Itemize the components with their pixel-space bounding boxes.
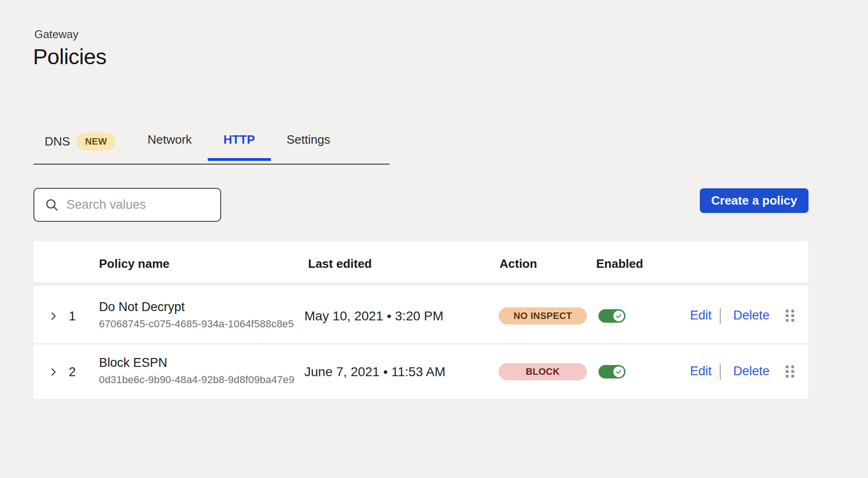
search-input[interactable] <box>66 198 212 212</box>
chevron-right-icon <box>48 311 59 321</box>
tab-http[interactable]: HTTP <box>208 132 271 160</box>
expand-row-button[interactable] <box>46 365 60 379</box>
column-header-enabled: Enabled <box>596 257 643 271</box>
edit-link[interactable]: Edit <box>690 308 712 323</box>
chevron-right-icon <box>48 367 59 377</box>
policies-tabbar: DNS NEW Network HTTP Settings <box>33 132 389 165</box>
toggle-knob <box>613 366 624 377</box>
search-box <box>33 188 221 222</box>
edit-link[interactable]: Edit <box>690 364 712 378</box>
policy-id: 0d31be6c-9b90-48a4-92b8-9d8f09ba47e9 <box>99 374 295 386</box>
table-header-row: Policy name Last edited Action Enabled <box>33 241 809 285</box>
column-header-action: Action <box>500 257 537 271</box>
tab-network[interactable]: Network <box>132 132 207 160</box>
tab-dns-label: DNS <box>45 134 70 149</box>
enabled-toggle[interactable] <box>598 309 625 323</box>
action-divider <box>720 364 721 380</box>
delete-link[interactable]: Delete <box>733 364 769 378</box>
tab-dns[interactable]: DNS NEW <box>33 132 132 164</box>
search-icon <box>45 198 59 212</box>
tab-settings-label: Settings <box>287 133 330 147</box>
enabled-toggle[interactable] <box>598 365 625 378</box>
last-edited: June 7, 2021 • 11:53 AM <box>304 365 446 379</box>
create-policy-button[interactable]: Create a policy <box>700 188 809 213</box>
table-row: 1 Do Not Decrypt 67068745-c075-4685-934a… <box>33 289 809 343</box>
gateway-policies-page: Gateway Policies DNS NEW Network HTTP Se… <box>0 0 868 478</box>
policies-table: Policy name Last edited Action Enabled 1… <box>33 241 809 399</box>
table-row: 2 Block ESPN 0d31be6c-9b90-48a4-92b8-9d8… <box>33 345 809 399</box>
expand-row-button[interactable] <box>46 309 60 323</box>
delete-link[interactable]: Delete <box>733 308 769 323</box>
tab-network-label: Network <box>147 133 191 147</box>
action-badge: BLOCK <box>499 363 587 380</box>
row-index: 1 <box>69 309 76 324</box>
policy-id: 67068745-c075-4685-934a-1064f588c8e5 <box>99 318 294 330</box>
last-edited: May 10, 2021 • 3:20 PM <box>304 309 443 324</box>
check-icon <box>615 312 622 319</box>
row-index: 2 <box>69 365 76 379</box>
check-icon <box>615 368 622 375</box>
page-title: Policies <box>33 44 106 69</box>
drag-handle[interactable] <box>786 365 794 378</box>
policy-name: Do Not Decrypt <box>99 300 185 314</box>
column-header-last-edited: Last edited <box>308 257 372 271</box>
tab-settings[interactable]: Settings <box>271 132 346 160</box>
new-badge: NEW <box>76 133 116 151</box>
policy-name: Block ESPN <box>99 356 167 370</box>
action-divider <box>720 308 721 324</box>
drag-handle[interactable] <box>786 310 794 322</box>
column-header-policy-name: Policy name <box>99 257 170 271</box>
toggle-knob <box>613 311 624 321</box>
breadcrumb: Gateway <box>34 28 79 41</box>
tab-http-label: HTTP <box>224 133 255 147</box>
action-badge: NO INSPECT <box>499 307 587 325</box>
